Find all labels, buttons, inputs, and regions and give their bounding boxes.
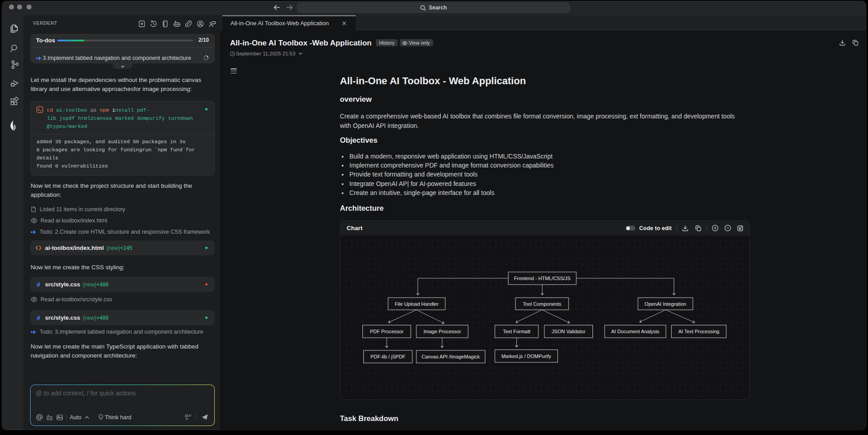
svg-text:PDF-lib / jSPDF: PDF-lib / jSPDF: [371, 354, 406, 359]
svg-text:PDF Processor: PDF Processor: [370, 329, 404, 334]
svg-text:Tool Components: Tool Components: [523, 301, 561, 307]
svg-text:AI Document Analysis: AI Document Analysis: [611, 329, 660, 334]
svg-text:OpenAI Integration: OpenAI Integration: [645, 301, 686, 307]
svg-text:Text Formatt: Text Formatt: [503, 329, 530, 334]
svg-text:Marked.js / DOMPurify: Marked.js / DOMPurify: [502, 353, 552, 359]
svg-text:Frontend - HTML/CSS/JS: Frontend - HTML/CSS/JS: [514, 276, 570, 281]
svg-text:JSON Validator: JSON Validator: [552, 329, 585, 334]
svg-text:File Upload Handler: File Upload Handler: [395, 301, 439, 307]
svg-text:Canvas API /ImageMagick: Canvas API /ImageMagick: [422, 354, 480, 359]
svg-text:Image Processor: Image Processor: [424, 329, 461, 334]
svg-text:AI Text Processing: AI Text Processing: [678, 329, 719, 334]
